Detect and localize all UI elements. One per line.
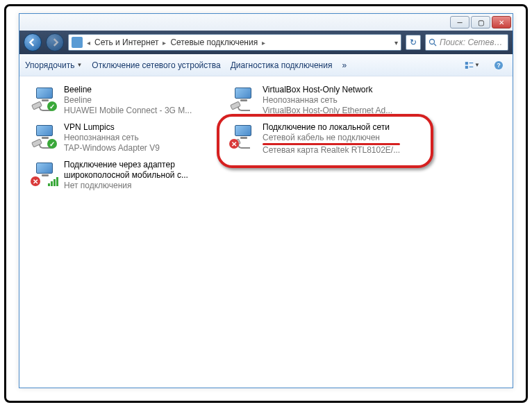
connection-status: Сетевой кабель не подключен [263,133,400,143]
search-placeholder: Поиск: Сетев… [440,38,503,47]
refresh-button[interactable]: ↻ [406,35,421,50]
diagnose-label: Диагностика подключения [231,60,333,70]
network-adapter-icon: ✕ [31,160,58,188]
breadcrumb-sep: ▸ [260,39,267,47]
signal-bars-icon [48,177,58,186]
svg-line-1 [434,44,436,46]
svg-rect-3 [465,65,468,68]
breadcrumb-sep: ◂ [85,39,92,47]
connection-status: Нет подключения [64,181,217,191]
status-ok-icon: ✓ [47,139,57,149]
help-button[interactable]: ? [490,58,507,73]
organize-label: Упорядочить [25,60,74,70]
connection-item-beeline[interactable]: ✓ Beeline Beeline HUAWEI Mobile Connect … [26,82,221,119]
connection-status: Неопознанная сеть [263,95,392,106]
connection-adapter: Сетевая карта Realtek RTL8102E/... [263,145,400,156]
svg-text:?: ? [497,62,501,69]
network-adapter-icon: ✓ [31,85,58,113]
back-button[interactable] [24,33,42,51]
status-ok-icon: ✓ [47,101,57,111]
content-area: ✓ Beeline Beeline HUAWEI Mobile Connect … [19,76,513,388]
close-button[interactable]: ✕ [492,16,511,28]
highlighted-connection: ✕ Подключение по локальной сети Сетевой … [217,114,433,168]
disable-device-button[interactable]: Отключение сетевого устройства [92,60,220,70]
navigation-bar: ◂ Сеть и Интернет ▸ Сетевые подключения … [19,31,513,54]
status-error-icon: ✕ [31,176,40,186]
minimize-button[interactable]: ─ [450,16,469,28]
organize-menu[interactable]: Упорядочить▼ [25,60,82,70]
forward-button[interactable] [46,33,64,51]
search-input[interactable]: Поиск: Сетев… [425,34,508,51]
view-options-button[interactable]: ▼ [464,58,481,73]
connection-adapter: TAP-Windows Adapter V9 [64,143,160,153]
search-icon [429,38,437,47]
more-label: » [342,60,347,70]
connection-name: VPN Lumpics [64,122,160,133]
screenshot-frame: ─ ▢ ✕ ◂ Сеть и Интернет ▸ Сетевые подклю… [4,4,528,403]
connection-name: Подключение по локальной сети [263,122,400,133]
status-error-icon: ✕ [229,139,239,149]
svg-rect-2 [465,62,468,65]
command-bar: Упорядочить▼ Отключение сетевого устройс… [19,54,513,76]
maximize-button[interactable]: ▢ [471,16,490,28]
more-commands[interactable]: » [342,60,347,70]
connection-item-broadband[interactable]: ✕ Подключение через адаптер широкополосн… [26,157,221,194]
connection-status: Beeline [64,95,192,106]
connection-status: Неопознанная сеть [64,133,160,143]
network-adapter-icon: ✓ [31,122,58,150]
network-adapter-icon: ✕ [229,122,257,150]
breadcrumb-segment[interactable]: Сеть и Интернет [94,38,158,47]
location-icon [72,37,83,48]
connection-name: Beeline [64,85,192,95]
diagnose-button[interactable]: Диагностика подключения [231,60,333,70]
connection-item-vpn[interactable]: ✓ VPN Lumpics Неопознанная сеть TAP-Wind… [26,119,221,156]
explorer-window: ─ ▢ ✕ ◂ Сеть и Интернет ▸ Сетевые подклю… [19,13,513,388]
address-dropdown-icon[interactable]: ▾ [394,39,398,47]
titlebar: ─ ▢ ✕ [19,14,513,31]
connection-item-lan[interactable]: ✕ Подключение по локальной сети Сетевой … [225,119,425,158]
network-adapter-icon [229,85,257,113]
connection-name: Подключение через адаптер широкополосной… [64,160,217,181]
disable-label: Отключение сетевого устройства [92,60,220,70]
connection-name: VirtualBox Host-Only Network [263,85,392,95]
connection-adapter: HUAWEI Mobile Connect - 3G M... [64,106,192,116]
breadcrumb-sep: ▸ [161,39,167,47]
svg-point-0 [430,40,435,44]
breadcrumb-segment[interactable]: Сетевые подключения [170,38,258,47]
address-bar[interactable]: ◂ Сеть и Интернет ▸ Сетевые подключения … [68,34,401,51]
